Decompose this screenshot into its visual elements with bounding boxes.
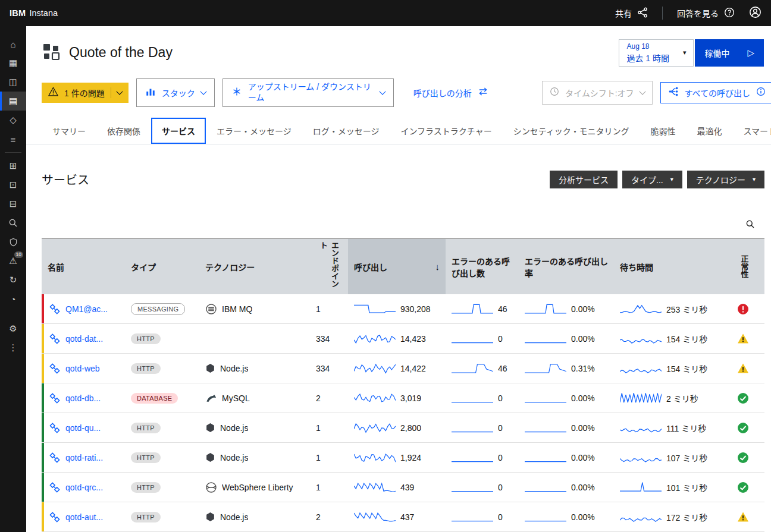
- sidebar-item-deployments[interactable]: ⊟: [0, 194, 26, 213]
- sidebar-item-dashboards[interactable]: ▦: [0, 53, 26, 73]
- table-row[interactable]: qotd-db...DATABASEMySQL23,01900.00%2 ミリ秒: [42, 383, 764, 413]
- answers-button[interactable]: 回答を見る: [673, 7, 738, 20]
- service-link[interactable]: QM1@ac...: [65, 304, 108, 314]
- sidebar-item-security[interactable]: [0, 232, 26, 251]
- service-link[interactable]: qotd-db...: [65, 394, 101, 403]
- sidebar-item-more[interactable]: ⋮: [0, 338, 26, 357]
- service-link[interactable]: qotd-aut...: [65, 512, 103, 522]
- services-section: サービス 分析サービス タイプ... ▾ テクノロジー ▾ 名: [26, 144, 771, 532]
- sidebar-item-synthetic[interactable]: ↻: [0, 270, 26, 289]
- technology-filter-dropdown[interactable]: テクノロジー ▾: [687, 171, 764, 188]
- calls-sparkline: [354, 391, 396, 406]
- tab-smart[interactable]: スマート・: [733, 118, 771, 144]
- calls-cell: 2,800: [348, 413, 446, 442]
- tab-synthetic-monitoring[interactable]: シンセティック・モニタリング: [503, 118, 640, 144]
- sidebar-item-home[interactable]: ⌂: [0, 34, 26, 53]
- calls-value: 1,924: [400, 453, 421, 462]
- analyze-calls-link[interactable]: 呼び出しの分析: [410, 86, 492, 99]
- erroneous-rate-cell: 0.00%: [519, 294, 614, 323]
- service-link[interactable]: qotd-rati...: [65, 453, 103, 462]
- column-header-type[interactable]: タイプ: [125, 239, 199, 294]
- service-type-cell: HTTP: [125, 354, 199, 383]
- share-button[interactable]: 共有: [612, 7, 651, 20]
- service-link[interactable]: qotd-web: [65, 364, 100, 373]
- stack-dropdown[interactable]: スタック: [136, 78, 215, 107]
- tab-infrastructure[interactable]: インフラストラクチャー: [390, 118, 502, 144]
- erroneous-calls-cell: 0: [446, 413, 519, 442]
- calls-cell: 437: [348, 502, 446, 531]
- calls-cell: 1,924: [348, 443, 446, 472]
- table-row[interactable]: qotd-dat...HTTP33414,42300.00%154 ミリ秒: [42, 324, 764, 354]
- time-range-value: 過去 1 時間: [626, 52, 669, 64]
- table-row[interactable]: qotd-qrc...HTTPWebSphere Liberty143900.0…: [42, 473, 764, 502]
- column-header-erroneous-rate[interactable]: エラーのある呼び出し率: [519, 239, 614, 294]
- column-header-technology[interactable]: テクノロジー: [199, 239, 310, 294]
- column-header-latency[interactable]: 待ち時間: [614, 239, 724, 294]
- endpoints-cell: 1: [310, 443, 348, 472]
- mysql-icon: [205, 392, 217, 404]
- tab-services[interactable]: サービス: [151, 118, 206, 144]
- service-link[interactable]: qotd-dat...: [65, 334, 103, 344]
- column-header-erroneous-calls[interactable]: エラーのある呼び出し数: [446, 239, 519, 294]
- tab-summary[interactable]: サマリー: [42, 118, 96, 144]
- analyze-services-button[interactable]: 分析サービス: [550, 171, 618, 188]
- tab-dependencies[interactable]: 依存関係: [96, 118, 151, 144]
- latency-sparkline: [620, 301, 662, 317]
- health-cell: [724, 354, 764, 383]
- service-link[interactable]: qotd-qrc...: [65, 483, 103, 492]
- health-strip: [42, 413, 44, 442]
- calls-value: 3,019: [400, 394, 421, 403]
- sidebar-item-websites[interactable]: ⊡: [0, 175, 26, 194]
- time-controls: Aug 18 過去 1 時間 ▾ 稼働中 ▷: [619, 39, 764, 67]
- endpoints-value: 334: [316, 364, 330, 373]
- time-range-text: Aug 18 過去 1 時間: [626, 42, 669, 64]
- column-header-endpoints[interactable]: エンドポイント: [310, 239, 348, 294]
- column-header-calls[interactable]: 呼び出し ↓: [348, 239, 446, 294]
- sidebar-item-analytics[interactable]: [0, 213, 26, 232]
- sidebar-item-platforms[interactable]: ◇: [0, 111, 26, 130]
- timeshift-dropdown[interactable]: タイムシフト:オフ: [542, 81, 653, 105]
- erroneous-calls-sparkline: [452, 509, 493, 525]
- erroneous-calls-cell: 46: [446, 294, 519, 323]
- profile-button[interactable]: [749, 6, 761, 20]
- service-icon: [49, 303, 61, 315]
- topbar-divider: [662, 7, 663, 20]
- sidebar-item-stack[interactable]: ≡: [0, 130, 26, 149]
- upstream-downstream-dropdown[interactable]: アップストリーム / ダウンストリーム: [222, 78, 394, 107]
- tab-error-messages[interactable]: エラー・メッセージ: [206, 118, 302, 144]
- column-header-name[interactable]: 名前: [42, 239, 125, 294]
- tab-log-messages[interactable]: ログ・メッセージ: [302, 118, 390, 144]
- latency-value: 154 ミリ秒: [666, 333, 707, 345]
- erroneous-rate-value: 0.00%: [571, 512, 595, 522]
- sidebar-item-applications[interactable]: ▤: [0, 92, 26, 111]
- endpoints-cell: 1: [310, 413, 348, 442]
- table-row[interactable]: qotd-rati...HTTPNode.js11,92400.00%107 ミ…: [42, 443, 764, 473]
- issues-button[interactable]: 1 件の問題: [42, 83, 128, 103]
- all-calls-button[interactable]: すべての呼び出し: [660, 82, 771, 103]
- time-range-picker[interactable]: Aug 18 過去 1 時間 ▾: [619, 39, 694, 67]
- tab-vulnerabilities[interactable]: 脆弱性: [640, 118, 687, 144]
- latency-cell: 107 ミリ秒: [614, 443, 724, 472]
- latency-value: 2 ミリ秒: [666, 392, 698, 404]
- search-input[interactable]: [42, 210, 736, 238]
- table-row[interactable]: QM1@ac...MESSAGINGIBM MQ1930,208460.00%2…: [42, 294, 764, 324]
- sidebar-item-service-map[interactable]: ◫: [0, 73, 26, 92]
- erroneous-calls-value: 0: [498, 512, 503, 522]
- live-button[interactable]: 稼働中 ▷: [695, 39, 764, 67]
- column-header-health[interactable]: 正常性: [724, 239, 764, 294]
- technology-label: Node.js: [220, 423, 248, 433]
- sidebar-item-automation[interactable]: ◔: [0, 289, 26, 309]
- type-filter-dropdown[interactable]: タイプ... ▾: [622, 171, 682, 188]
- brand[interactable]: IBM Instana: [10, 8, 58, 18]
- sidebar-item-events[interactable]: ⚠10: [0, 251, 26, 270]
- search-icon[interactable]: [736, 219, 764, 229]
- search-bar: [42, 210, 764, 239]
- latency-cell: 154 ミリ秒: [614, 324, 724, 353]
- table-row[interactable]: qotd-webHTTPNode.js33414,422460.31%154 ミ…: [42, 354, 764, 383]
- table-row[interactable]: qotd-qu...HTTPNode.js12,80000.00%111 ミリ秒: [42, 413, 764, 443]
- sidebar-item-infrastructure[interactable]: ⊞: [0, 156, 26, 175]
- tab-optimization[interactable]: 最適化: [687, 118, 733, 144]
- sidebar-item-settings[interactable]: ⚙: [0, 319, 26, 338]
- service-link[interactable]: qotd-qu...: [65, 423, 101, 433]
- table-row[interactable]: qotd-aut...HTTPNode.js243700.00%172 ミリ秒: [42, 502, 764, 532]
